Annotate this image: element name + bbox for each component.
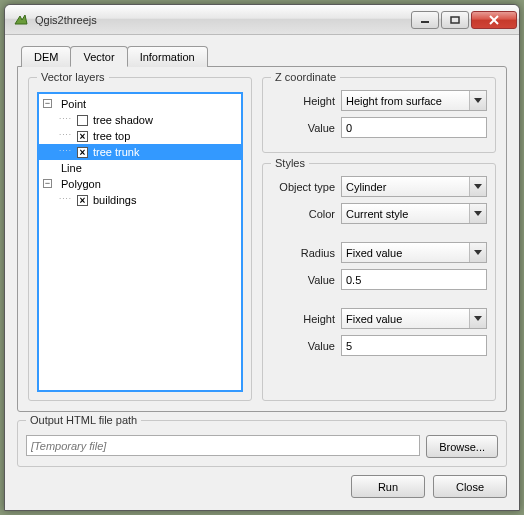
styles-title: Styles (271, 157, 309, 169)
run-button[interactable]: Run (351, 475, 425, 498)
dialog-buttons: Run Close (17, 475, 507, 498)
styles-group: Styles Object type Cylinder Color Curren… (262, 163, 496, 401)
maximize-button[interactable] (441, 11, 469, 29)
z-value-input[interactable]: 0 (341, 117, 487, 138)
vector-layers-group: Vector layers − Point ···· tree shadow (28, 77, 252, 401)
tree-node-point[interactable]: − Point (39, 96, 241, 112)
window-title: Qgis2threejs (35, 14, 409, 26)
z-value-label: Value (271, 122, 341, 134)
close-window-button[interactable] (471, 11, 517, 29)
chevron-down-icon (469, 91, 486, 110)
tab-dem[interactable]: DEM (21, 46, 71, 67)
vector-layers-title: Vector layers (37, 71, 109, 83)
style-height-label: Height (271, 313, 341, 325)
chevron-down-icon (469, 309, 486, 328)
output-path-title: Output HTML file path (26, 414, 141, 426)
height-label: Height (271, 95, 341, 107)
collapse-icon[interactable]: − (43, 179, 52, 188)
output-path-input[interactable] (26, 435, 420, 456)
tree-node-polygon[interactable]: − Polygon (39, 176, 241, 192)
checkbox-checked-icon[interactable]: × (77, 131, 88, 142)
tree-node-line[interactable]: Line (39, 160, 241, 176)
collapse-icon[interactable]: − (43, 99, 52, 108)
color-label: Color (271, 208, 341, 220)
tab-vector[interactable]: Vector (70, 46, 127, 67)
object-type-label: Object type (271, 181, 341, 193)
close-button[interactable]: Close (433, 475, 507, 498)
radius-mode-combo[interactable]: Fixed value (341, 242, 487, 263)
radius-label: Radius (271, 247, 341, 259)
style-height-value-label: Value (271, 340, 341, 352)
titlebar[interactable]: Qgis2threejs (5, 5, 519, 35)
tab-header: DEM Vector Information (21, 45, 507, 66)
checkbox-checked-icon[interactable]: × (77, 195, 88, 206)
chevron-down-icon (469, 177, 486, 196)
object-type-combo[interactable]: Cylinder (341, 176, 487, 197)
client-area: DEM Vector Information Vector layers − P… (5, 35, 519, 510)
svg-rect-1 (451, 17, 459, 23)
chevron-down-icon (469, 243, 486, 262)
checkbox-checked-icon[interactable]: × (77, 147, 88, 158)
radius-value-label: Value (271, 274, 341, 286)
z-coordinate-title: Z coordinate (271, 71, 340, 83)
z-coordinate-group: Z coordinate Height Height from surface … (262, 77, 496, 153)
color-combo[interactable]: Current style (341, 203, 487, 224)
tab-body: Vector layers − Point ···· tree shadow (17, 66, 507, 412)
tab-information[interactable]: Information (127, 46, 208, 67)
minimize-button[interactable] (411, 11, 439, 29)
chevron-down-icon (469, 204, 486, 223)
checkbox-icon[interactable] (77, 115, 88, 126)
style-height-value-input[interactable]: 5 (341, 335, 487, 356)
output-path-group: Output HTML file path Browse... (17, 420, 507, 467)
browse-button[interactable]: Browse... (426, 435, 498, 458)
z-height-combo[interactable]: Height from surface (341, 90, 487, 111)
radius-value-input[interactable]: 0.5 (341, 269, 487, 290)
tree-item-buildings[interactable]: ···· × buildings (39, 192, 241, 208)
tree-item-tree-shadow[interactable]: ···· tree shadow (39, 112, 241, 128)
tree-item-tree-trunk[interactable]: ···· × tree trunk (39, 144, 241, 160)
app-icon (13, 12, 29, 28)
dialog-window: Qgis2threejs DEM Vector Information Vect… (4, 4, 520, 511)
layers-tree[interactable]: − Point ···· tree shadow ···· × tree top (37, 92, 243, 392)
style-height-mode-combo[interactable]: Fixed value (341, 308, 487, 329)
tree-item-tree-top[interactable]: ···· × tree top (39, 128, 241, 144)
